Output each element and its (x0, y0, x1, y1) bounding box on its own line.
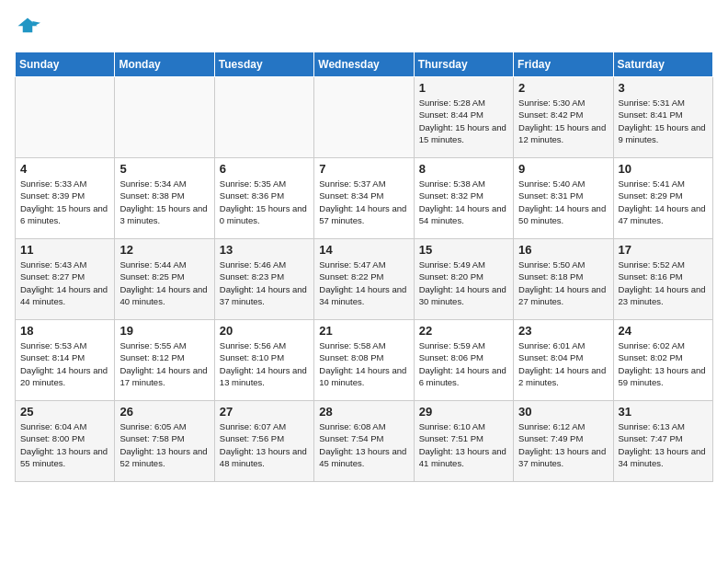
day-number: 24 (619, 324, 708, 338)
day-info: Sunrise: 5:46 AM Sunset: 8:23 PM Dayligh… (220, 259, 309, 307)
calendar-cell: 10Sunrise: 5:41 AM Sunset: 8:29 PM Dayli… (613, 158, 712, 239)
day-number: 16 (518, 243, 608, 257)
calendar-cell: 4Sunrise: 5:33 AM Sunset: 8:39 PM Daylig… (16, 158, 115, 239)
calendar-cell: 22Sunrise: 5:59 AM Sunset: 8:06 PM Dayli… (414, 320, 513, 401)
day-info: Sunrise: 5:50 AM Sunset: 8:18 PM Dayligh… (518, 259, 608, 307)
calendar-cell: 21Sunrise: 5:58 AM Sunset: 8:08 PM Dayli… (314, 320, 414, 401)
calendar-cell: 8Sunrise: 5:38 AM Sunset: 8:32 PM Daylig… (414, 158, 513, 239)
calendar-cell: 1Sunrise: 5:28 AM Sunset: 8:44 PM Daylig… (414, 77, 513, 158)
day-number: 27 (220, 405, 309, 419)
day-info: Sunrise: 5:37 AM Sunset: 8:34 PM Dayligh… (319, 178, 408, 226)
day-info: Sunrise: 5:38 AM Sunset: 8:32 PM Dayligh… (419, 178, 508, 226)
calendar-cell: 31Sunrise: 6:13 AM Sunset: 7:47 PM Dayli… (613, 401, 712, 482)
day-info: Sunrise: 6:04 AM Sunset: 8:00 PM Dayligh… (20, 420, 109, 469)
day-number: 29 (419, 405, 508, 419)
day-number: 1 (419, 81, 508, 95)
calendar-cell: 3Sunrise: 5:31 AM Sunset: 8:41 PM Daylig… (613, 77, 712, 158)
calendar-cell: 27Sunrise: 6:07 AM Sunset: 7:56 PM Dayli… (214, 401, 313, 482)
calendar-cell: 13Sunrise: 5:46 AM Sunset: 8:23 PM Dayli… (214, 239, 313, 320)
calendar-cell: 23Sunrise: 6:01 AM Sunset: 8:04 PM Dayli… (514, 320, 613, 401)
weekday-header-thursday: Thursday (414, 52, 513, 77)
calendar-cell: 29Sunrise: 6:10 AM Sunset: 7:51 PM Dayli… (414, 401, 513, 482)
day-number: 7 (319, 162, 408, 176)
day-number: 28 (319, 405, 408, 419)
day-number: 6 (220, 162, 309, 176)
calendar-cell: 11Sunrise: 5:43 AM Sunset: 8:27 PM Dayli… (16, 239, 115, 320)
day-number: 9 (518, 162, 608, 176)
calendar-cell: 18Sunrise: 5:53 AM Sunset: 8:14 PM Dayli… (16, 320, 115, 401)
calendar-cell: 2Sunrise: 5:30 AM Sunset: 8:42 PM Daylig… (514, 77, 613, 158)
day-info: Sunrise: 5:30 AM Sunset: 8:42 PM Dayligh… (518, 97, 608, 145)
calendar-cell: 30Sunrise: 6:12 AM Sunset: 7:49 PM Dayli… (514, 401, 613, 482)
page-header (15, 15, 713, 40)
day-info: Sunrise: 5:58 AM Sunset: 8:08 PM Dayligh… (319, 339, 408, 388)
day-info: Sunrise: 5:52 AM Sunset: 8:16 PM Dayligh… (619, 259, 708, 307)
day-number: 22 (419, 324, 508, 338)
calendar-cell (115, 77, 214, 158)
calendar-cell: 16Sunrise: 5:50 AM Sunset: 8:18 PM Dayli… (514, 239, 613, 320)
calendar-cell (214, 77, 313, 158)
day-info: Sunrise: 6:12 AM Sunset: 7:49 PM Dayligh… (518, 420, 608, 469)
day-info: Sunrise: 5:43 AM Sunset: 8:27 PM Dayligh… (20, 259, 109, 307)
day-number: 25 (20, 405, 109, 419)
calendar-cell: 24Sunrise: 6:02 AM Sunset: 8:02 PM Dayli… (613, 320, 712, 401)
day-number: 4 (20, 162, 109, 176)
weekday-header-wednesday: Wednesday (314, 52, 414, 77)
calendar-cell: 12Sunrise: 5:44 AM Sunset: 8:25 PM Dayli… (115, 239, 214, 320)
day-number: 14 (319, 243, 408, 257)
day-info: Sunrise: 5:47 AM Sunset: 8:22 PM Dayligh… (319, 259, 408, 307)
day-info: Sunrise: 5:49 AM Sunset: 8:20 PM Dayligh… (419, 259, 508, 307)
day-number: 18 (20, 324, 109, 338)
day-info: Sunrise: 5:53 AM Sunset: 8:14 PM Dayligh… (20, 339, 109, 388)
day-info: Sunrise: 5:55 AM Sunset: 8:12 PM Dayligh… (119, 339, 209, 388)
day-number: 2 (518, 81, 608, 95)
calendar-cell (16, 77, 115, 158)
day-info: Sunrise: 6:07 AM Sunset: 7:56 PM Dayligh… (220, 420, 309, 469)
weekday-header-tuesday: Tuesday (214, 52, 313, 77)
weekday-header-sunday: Sunday (16, 52, 115, 77)
calendar-cell: 28Sunrise: 6:08 AM Sunset: 7:54 PM Dayli… (314, 401, 414, 482)
calendar-cell: 15Sunrise: 5:49 AM Sunset: 8:20 PM Dayli… (414, 239, 513, 320)
day-number: 12 (119, 243, 209, 257)
calendar-cell: 5Sunrise: 5:34 AM Sunset: 8:38 PM Daylig… (115, 158, 214, 239)
day-info: Sunrise: 5:35 AM Sunset: 8:36 PM Dayligh… (220, 178, 309, 226)
day-number: 20 (220, 324, 309, 338)
day-info: Sunrise: 6:02 AM Sunset: 8:02 PM Dayligh… (619, 339, 708, 388)
day-info: Sunrise: 5:34 AM Sunset: 8:38 PM Dayligh… (119, 178, 209, 226)
day-number: 10 (619, 162, 708, 176)
calendar-cell: 25Sunrise: 6:04 AM Sunset: 8:00 PM Dayli… (16, 401, 115, 482)
calendar-cell: 9Sunrise: 5:40 AM Sunset: 8:31 PM Daylig… (514, 158, 613, 239)
day-number: 30 (518, 405, 608, 419)
day-number: 8 (419, 162, 508, 176)
logo (15, 15, 44, 40)
day-info: Sunrise: 5:59 AM Sunset: 8:06 PM Dayligh… (419, 339, 508, 388)
day-info: Sunrise: 6:08 AM Sunset: 7:54 PM Dayligh… (319, 420, 408, 469)
day-info: Sunrise: 5:56 AM Sunset: 8:10 PM Dayligh… (220, 339, 309, 388)
day-number: 23 (518, 324, 608, 338)
weekday-header-friday: Friday (514, 52, 613, 77)
day-info: Sunrise: 6:01 AM Sunset: 8:04 PM Dayligh… (518, 339, 608, 388)
day-info: Sunrise: 6:05 AM Sunset: 7:58 PM Dayligh… (119, 420, 209, 469)
calendar-cell: 19Sunrise: 5:55 AM Sunset: 8:12 PM Dayli… (115, 320, 214, 401)
day-info: Sunrise: 6:13 AM Sunset: 7:47 PM Dayligh… (619, 420, 708, 469)
calendar-table: SundayMondayTuesdayWednesdayThursdayFrid… (15, 52, 713, 482)
day-number: 17 (619, 243, 708, 257)
day-info: Sunrise: 5:40 AM Sunset: 8:31 PM Dayligh… (518, 178, 608, 226)
day-number: 13 (220, 243, 309, 257)
day-number: 19 (119, 324, 209, 338)
day-number: 5 (119, 162, 209, 176)
day-info: Sunrise: 5:41 AM Sunset: 8:29 PM Dayligh… (619, 178, 708, 226)
day-info: Sunrise: 6:10 AM Sunset: 7:51 PM Dayligh… (419, 420, 508, 469)
day-number: 21 (319, 324, 408, 338)
logo-icon (15, 15, 40, 40)
day-info: Sunrise: 5:44 AM Sunset: 8:25 PM Dayligh… (119, 259, 209, 307)
calendar-cell: 14Sunrise: 5:47 AM Sunset: 8:22 PM Dayli… (314, 239, 414, 320)
day-number: 26 (119, 405, 209, 419)
weekday-header-monday: Monday (115, 52, 214, 77)
weekday-header-saturday: Saturday (613, 52, 712, 77)
day-info: Sunrise: 5:28 AM Sunset: 8:44 PM Dayligh… (419, 97, 508, 145)
day-info: Sunrise: 5:31 AM Sunset: 8:41 PM Dayligh… (619, 97, 708, 145)
calendar-cell: 6Sunrise: 5:35 AM Sunset: 8:36 PM Daylig… (214, 158, 313, 239)
day-number: 31 (619, 405, 708, 419)
day-number: 15 (419, 243, 508, 257)
